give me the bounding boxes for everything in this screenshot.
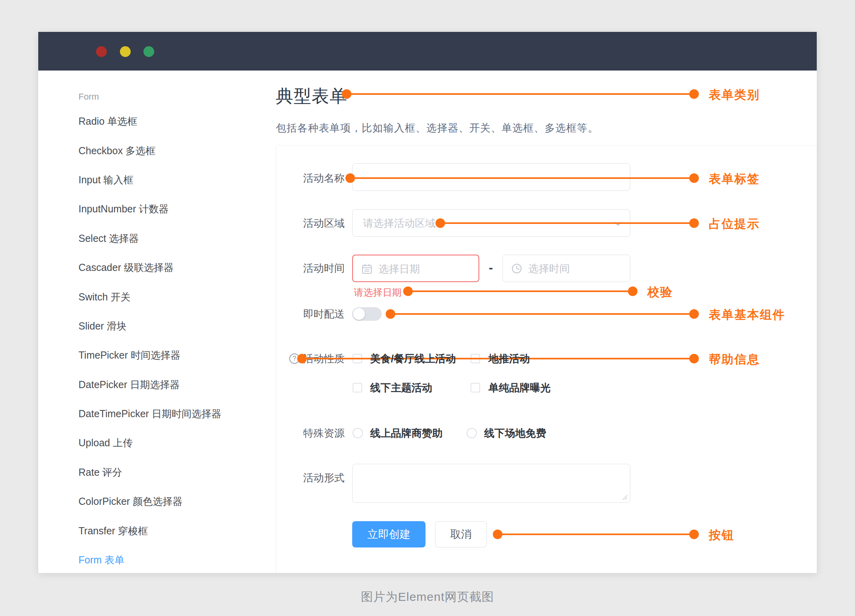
browser-window: Form Radio 单选框 Checkbox 多选框 Input 输入框 In… <box>38 32 817 573</box>
resize-handle-icon[interactable] <box>622 494 628 500</box>
cancel-button[interactable]: 取消 <box>435 521 487 547</box>
sidebar-item-transfer[interactable]: Transfer 穿梭框 <box>78 516 222 545</box>
label-special-resource: 特殊资源 <box>276 426 345 440</box>
sidebar-item-datetimepicker[interactable]: DateTimePicker 日期时间选择器 <box>78 399 222 428</box>
checkbox-label-ground-promo[interactable]: 地推活动 <box>488 352 530 366</box>
sidebar-item-timepicker[interactable]: TimePicker 时间选择器 <box>78 341 222 370</box>
annotation-placeholder-hint: 占位提示 <box>709 216 760 232</box>
maximize-window-icon[interactable] <box>143 46 154 57</box>
sidebar-item-cascader[interactable]: Cascader 级联选择器 <box>78 253 222 282</box>
label-activity-name: 活动名称 <box>276 171 345 185</box>
sidebar-item-rate[interactable]: Rate 评分 <box>78 458 222 487</box>
sidebar-section-form: Form <box>78 92 99 102</box>
sidebar-item-input[interactable]: Input 输入框 <box>78 165 222 194</box>
checkbox-label-brand-exposure[interactable]: 单纯品牌曝光 <box>488 381 551 395</box>
close-window-icon[interactable] <box>96 46 107 57</box>
date-picker-input[interactable]: 选择日期 <box>352 255 479 282</box>
annotation-line-validation <box>407 290 633 292</box>
annotation-line-basic-components <box>390 313 695 315</box>
time-picker-input[interactable]: 选择时间 <box>502 255 630 282</box>
sidebar-item-colorpicker[interactable]: ColorPicker 颜色选择器 <box>78 487 222 516</box>
annotation-line-form-category <box>346 93 695 95</box>
checkbox-label-offline-theme[interactable]: 线下主题活动 <box>370 381 432 395</box>
sidebar-item-datepicker[interactable]: DatePicker 日期选择器 <box>78 370 222 399</box>
date-placeholder: 选择日期 <box>378 262 420 276</box>
date-time-separator: - <box>481 261 500 275</box>
page-title: 典型表单 <box>276 84 347 108</box>
radio-offline-venue[interactable] <box>467 428 477 438</box>
window-titlebar <box>38 32 817 71</box>
instant-delivery-switch[interactable] <box>352 307 382 321</box>
annotation-line-buttons <box>497 534 695 535</box>
label-activity-time: 活动时间 <box>276 261 345 275</box>
sidebar-item-form[interactable]: Form 表单 <box>78 545 222 573</box>
annotation-validation: 校验 <box>647 284 673 300</box>
create-button[interactable]: 立即创建 <box>352 521 426 547</box>
checkbox-label-food-online[interactable]: 美食/餐厅线上活动 <box>370 352 456 366</box>
validation-message: 请选择日期 <box>354 286 402 299</box>
image-caption: 图片为Element网页截图 <box>0 589 855 605</box>
annotation-form-label: 表单标签 <box>709 171 760 187</box>
annotation-line-form-label <box>349 177 695 179</box>
annotation-buttons: 按钮 <box>709 527 734 543</box>
radio-label-online-sponsor[interactable]: 线上品牌商赞助 <box>370 426 443 440</box>
annotation-basic-components: 表单基本组件 <box>709 307 785 323</box>
sidebar-item-switch[interactable]: Switch 开关 <box>78 282 222 311</box>
page-subtitle: 包括各种表单项，比如输入框、选择器、开关、单选框、多选框等。 <box>276 121 598 135</box>
checkbox-brand-exposure[interactable] <box>471 383 480 392</box>
switch-knob <box>353 308 365 320</box>
sidebar-item-inputnumber[interactable]: InputNumber 计数器 <box>78 194 222 224</box>
label-instant-delivery: 即时配送 <box>276 307 345 321</box>
annotation-line-placeholder <box>439 222 695 224</box>
radio-label-offline-venue[interactable]: 线下场地免费 <box>484 426 546 440</box>
label-activity-form: 活动形式 <box>276 471 345 485</box>
sidebar-item-radio[interactable]: Radio 单选框 <box>78 107 222 136</box>
radio-online-sponsor[interactable] <box>353 428 363 438</box>
annotation-help-info: 帮助信息 <box>709 351 760 368</box>
sidebar-item-select[interactable]: Select 选择器 <box>78 224 222 253</box>
clock-icon <box>511 263 523 275</box>
activity-form-textarea[interactable] <box>352 464 630 503</box>
region-placeholder: 请选择活动区域 <box>363 216 435 230</box>
calendar-icon <box>361 263 373 275</box>
sidebar-nav: Radio 单选框 Checkbox 多选框 Input 输入框 InputNu… <box>78 107 222 573</box>
sidebar-item-upload[interactable]: Upload 上传 <box>78 428 222 457</box>
checkbox-offline-theme[interactable] <box>353 383 362 392</box>
time-placeholder: 选择时间 <box>528 262 570 276</box>
sidebar-item-checkbox[interactable]: Checkbox 多选框 <box>78 136 222 165</box>
sidebar-item-slider[interactable]: Slider 滑块 <box>78 312 222 341</box>
annotation-form-category: 表单类别 <box>709 87 760 103</box>
minimize-window-icon[interactable] <box>120 46 131 57</box>
label-activity-region: 活动区域 <box>276 216 345 230</box>
